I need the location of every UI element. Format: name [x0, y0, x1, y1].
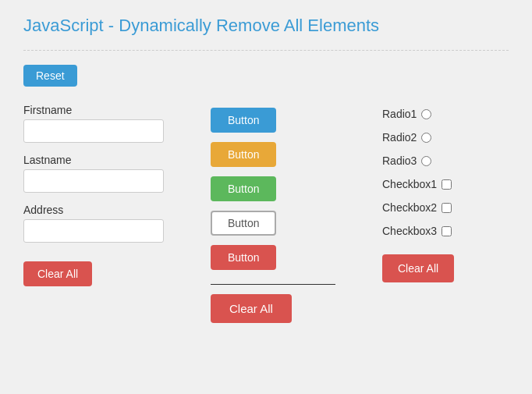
radio3-input[interactable] [421, 156, 431, 166]
radio3-label: Radio3 [382, 154, 417, 167]
form-column: Firstname Lastname Address Clear All [23, 104, 195, 286]
clear-all-left-button[interactable]: Clear All [23, 261, 92, 286]
button-3[interactable]: Button [211, 176, 276, 201]
lastname-label: Lastname [23, 154, 195, 166]
reset-button[interactable]: Reset [23, 65, 77, 87]
page-container: JavaScript - Dynamically Remove All Elem… [0, 0, 532, 394]
radio2-group: Radio2 [382, 131, 509, 144]
button-1[interactable]: Button [211, 108, 276, 133]
address-label: Address [23, 204, 195, 216]
top-divider [23, 50, 509, 51]
checkbox1-label: Checkbox1 [382, 178, 437, 190]
button-2[interactable]: Button [211, 142, 276, 167]
lastname-group: Lastname [23, 154, 195, 193]
radio2-input[interactable] [421, 133, 431, 143]
button-4[interactable]: Button [211, 211, 276, 236]
checkbox1-group: Checkbox1 [382, 178, 509, 190]
radio1-input[interactable] [421, 109, 431, 119]
firstname-label: Firstname [23, 104, 195, 116]
checkbox3-group: Checkbox3 [382, 225, 509, 237]
radio1-label: Radio1 [382, 108, 417, 120]
main-content: Firstname Lastname Address Clear All But… [23, 104, 509, 323]
radio3-group: Radio3 [382, 154, 509, 167]
middle-divider [211, 284, 335, 285]
firstname-input[interactable] [23, 119, 164, 143]
clear-all-right-button[interactable]: Clear All [382, 254, 454, 282]
checkbox2-group: Checkbox2 [382, 201, 509, 214]
checkbox3-label: Checkbox3 [382, 225, 437, 237]
buttons-column: Button Button Button Button Button Clear… [195, 104, 351, 323]
button-5[interactable]: Button [211, 245, 276, 270]
checkbox2-label: Checkbox2 [382, 201, 437, 214]
page-title: JavaScript - Dynamically Remove All Elem… [23, 16, 509, 36]
checkbox3-input[interactable] [442, 226, 452, 236]
clear-all-middle-button[interactable]: Clear All [211, 294, 292, 323]
firstname-group: Firstname [23, 104, 195, 143]
radio2-label: Radio2 [382, 131, 417, 144]
lastname-input[interactable] [23, 169, 164, 193]
address-group: Address [23, 204, 195, 243]
checkbox1-input[interactable] [442, 179, 452, 190]
radio1-group: Radio1 [382, 108, 509, 120]
checkbox2-input[interactable] [442, 203, 452, 213]
address-input[interactable] [23, 219, 164, 243]
radio-checkbox-column: Radio1 Radio2 Radio3 Checkbox1 Checkbox2… [351, 104, 509, 282]
